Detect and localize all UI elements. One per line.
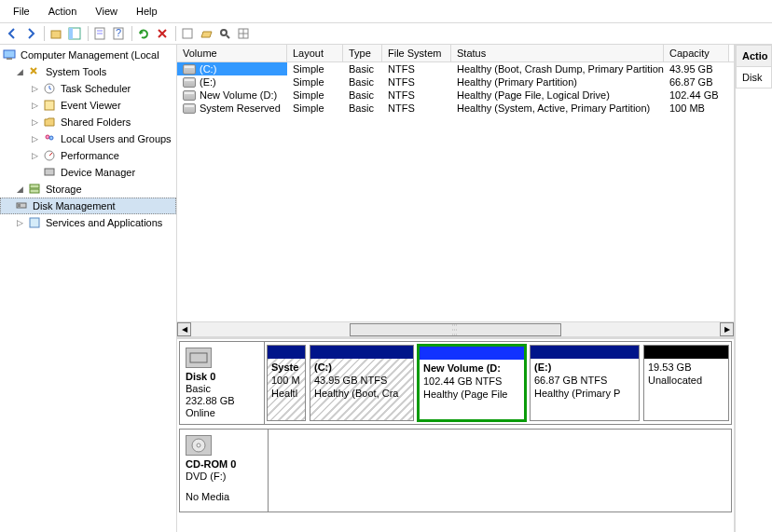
forward-button[interactable] — [22, 25, 39, 42]
partition-unallocated[interactable]: 19.53 GBUnallocated — [643, 345, 729, 421]
partition-container — [269, 430, 731, 512]
svg-text:?: ? — [116, 27, 121, 38]
tree-services[interactable]: ▷ Services and Applications — [0, 214, 176, 231]
disk-type: Basic — [186, 383, 258, 394]
col-status[interactable]: Status — [451, 45, 664, 61]
storage-icon — [27, 182, 42, 197]
volume-row[interactable]: (C:) Simple Basic NTFS Healthy (Boot, Cr… — [177, 62, 734, 75]
part-name: (E:) — [534, 361, 635, 375]
open-button[interactable] — [198, 25, 214, 42]
partition-e[interactable]: (E:)66.87 GB NTFSHealthy (Primary P — [530, 345, 640, 421]
tree-system-tools[interactable]: ◢ System Tools — [0, 63, 176, 80]
back-button[interactable] — [4, 25, 21, 42]
cell-type: Basic — [343, 102, 382, 115]
col-volume[interactable]: Volume — [177, 45, 287, 61]
svg-rect-17 — [45, 101, 54, 110]
up-button[interactable] — [48, 25, 64, 42]
refresh-button[interactable] — [135, 25, 152, 42]
tree-label: Event Viewer — [61, 100, 121, 111]
partition-c[interactable]: (C:)43.95 GB NTFSHealthy (Boot, Cra — [310, 345, 414, 421]
tree-label: Shared Folders — [61, 116, 131, 128]
cell-capacity: 43.95 GB — [664, 62, 729, 75]
actions-panel: Actio Disk — [735, 45, 772, 532]
cell-capacity: 102.44 GB — [664, 89, 729, 102]
cancel-button[interactable] — [154, 25, 171, 42]
cell-status: Healthy (Page File, Logical Drive) — [451, 89, 664, 102]
drive-icon — [183, 103, 196, 114]
svg-rect-2 — [69, 28, 73, 39]
menu-help[interactable]: Help — [127, 2, 167, 20]
menu-action[interactable]: Action — [39, 2, 87, 20]
disk-row[interactable]: Disk 0 Basic 232.88 GB Online Syste100 M… — [179, 341, 732, 425]
expand-icon[interactable]: ▷ — [30, 117, 40, 128]
scroll-thumb[interactable] — [350, 323, 561, 336]
show-hide-tree-button[interactable] — [66, 25, 83, 42]
collapse-icon[interactable]: ◢ — [15, 184, 25, 195]
volume-row[interactable]: New Volume (D:) Simple Basic NTFS Health… — [177, 89, 734, 102]
tree-device-manager[interactable]: Device Manager — [0, 164, 176, 181]
partition-system[interactable]: Syste100 MHealtl — [267, 345, 306, 421]
tree-local-users[interactable]: ▷ Local Users and Groups — [0, 130, 176, 147]
properties-button[interactable] — [91, 25, 108, 42]
part-size: 43.95 GB NTFS — [314, 375, 409, 388]
disk-type: DVD (F:) — [186, 471, 262, 482]
tree-label: Storage — [46, 184, 82, 195]
volume-row[interactable]: (E:) Simple Basic NTFS Healthy (Primary … — [177, 75, 734, 89]
part-size: 66.87 GB NTFS — [534, 375, 635, 388]
list-view-button[interactable] — [235, 25, 252, 42]
part-name: New Volume (D: — [423, 362, 520, 375]
svg-rect-26 — [30, 218, 39, 227]
col-type[interactable]: Type — [343, 45, 382, 61]
tree-label: Device Manager — [61, 167, 135, 178]
menu-file[interactable]: File — [4, 2, 39, 20]
h-scrollbar[interactable]: ◀ ▶ — [177, 321, 734, 336]
scroll-right-button[interactable]: ▶ — [720, 322, 734, 336]
help-button[interactable]: ? — [110, 25, 127, 42]
menu-view[interactable]: View — [86, 2, 127, 20]
expand-icon[interactable]: ▷ — [30, 101, 40, 111]
collapse-icon[interactable]: ◢ — [15, 67, 25, 77]
tree-label: System Tools — [46, 66, 106, 77]
svg-line-10 — [227, 35, 229, 38]
cell-name: (C:) — [200, 63, 216, 75]
cell-type: Basic — [343, 75, 382, 89]
expand-icon[interactable]: ▷ — [30, 134, 40, 144]
svg-rect-22 — [30, 184, 39, 188]
tree-storage[interactable]: ◢ Storage — [0, 181, 176, 198]
tree-root[interactable]: Computer Management (Local — [0, 47, 176, 63]
clock-icon — [42, 81, 57, 96]
tree-performance[interactable]: ▷ Performance — [0, 147, 176, 164]
tree-disk-management[interactable]: Disk Management — [0, 198, 176, 214]
tree-label: Local Users and Groups — [61, 133, 172, 144]
tree-label: Task Scheduler — [61, 83, 131, 94]
expand-icon[interactable]: ▷ — [15, 218, 25, 228]
col-layout[interactable]: Layout — [287, 45, 343, 61]
volume-row[interactable]: System Reserved Simple Basic NTFS Health… — [177, 102, 734, 115]
cell-name: (E:) — [200, 76, 216, 88]
cell-fs: NTFS — [382, 62, 451, 75]
performance-icon — [42, 148, 57, 163]
scroll-left-button[interactable]: ◀ — [177, 322, 191, 336]
tree-label: Services and Applications — [46, 217, 162, 228]
tree-event-viewer[interactable]: ▷ Event Viewer — [0, 97, 176, 114]
partition-d[interactable]: New Volume (D:102.44 GB NTFSHealthy (Pag… — [417, 344, 527, 422]
col-capacity[interactable]: Capacity — [664, 45, 729, 61]
actions-disk-item[interactable]: Disk — [736, 67, 772, 89]
svg-rect-14 — [4, 50, 15, 58]
tree-shared-folders[interactable]: ▷ Shared Folders — [0, 114, 176, 130]
settings-button[interactable] — [179, 25, 196, 42]
drive-icon — [183, 90, 196, 101]
part-health: Healthy (Primary P — [534, 388, 635, 401]
col-filesystem[interactable]: File System — [382, 45, 451, 61]
cell-type: Basic — [343, 89, 382, 102]
part-name: (C:) — [314, 361, 409, 375]
find-button[interactable] — [216, 25, 233, 42]
cell-layout: Simple — [287, 75, 343, 89]
expand-icon[interactable]: ▷ — [30, 151, 40, 161]
cell-layout: Simple — [287, 89, 343, 102]
expand-icon[interactable]: ▷ — [30, 84, 40, 94]
cell-layout: Simple — [287, 102, 343, 115]
disk-row[interactable]: CD-ROM 0 DVD (F:) No Media — [179, 429, 732, 512]
volume-header: Volume Layout Type File System Status Ca… — [177, 45, 734, 62]
tree-task-scheduler[interactable]: ▷ Task Scheduler — [0, 80, 176, 97]
